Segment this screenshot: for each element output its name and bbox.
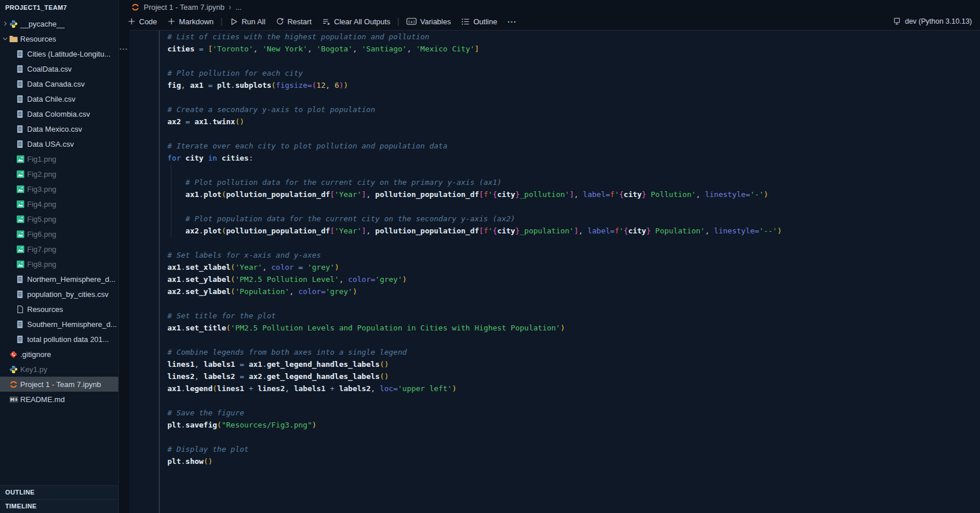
file-item-pycache[interactable]: __pycache__ bbox=[0, 16, 118, 31]
add-code-cell-button[interactable]: Code bbox=[122, 14, 162, 28]
code-line-25[interactable]: ax1.set_title('PM2.5 Pollution Levels an… bbox=[167, 322, 980, 334]
timeline-section-header[interactable]: TIMELINE bbox=[0, 499, 118, 513]
cell-focus-border[interactable] bbox=[159, 31, 160, 513]
code-line-19[interactable]: # Set labels for x-axis and y-axes bbox=[167, 249, 980, 261]
code-line-6[interactable] bbox=[167, 91, 980, 103]
outline-section-header[interactable]: OUTLINE bbox=[0, 485, 118, 499]
restart-kernel-button[interactable]: Restart bbox=[271, 14, 317, 28]
clear-all-outputs-button[interactable]: Clear All Outputs bbox=[317, 14, 396, 28]
file-item-coaldata-csv[interactable]: CoalData.csv bbox=[0, 61, 118, 76]
doc-icon bbox=[16, 320, 27, 329]
file-item-total-pollution-data-201[interactable]: total pollution data 201... bbox=[0, 332, 118, 347]
code-line-17[interactable]: ax2.plot(pollution_population_df['Year']… bbox=[167, 225, 980, 237]
file-item-cities-latitude-longitu[interactable]: Cities (Latitude-Longitu... bbox=[0, 46, 118, 61]
file-item-fig6-png[interactable]: Fig6.png bbox=[0, 226, 118, 241]
outline-button[interactable]: Outline bbox=[456, 14, 502, 28]
code-line-5[interactable]: fig, ax1 = plt.subplots(figsize=(12, 6)) bbox=[167, 79, 980, 91]
file-item-northern-hemisphere-d[interactable]: Northern_Hemisphere_d... bbox=[0, 272, 118, 287]
code-line-16[interactable]: # Plot population data for the current c… bbox=[167, 213, 980, 225]
code-line-22[interactable]: ax2.set_ylabel('Population', color='grey… bbox=[167, 285, 980, 298]
file-item-project-1-team-7-ipynb[interactable]: Project 1 - Team 7.ipynb bbox=[0, 377, 118, 392]
code-line-8[interactable]: ax2 = ax1.twinx() bbox=[167, 116, 980, 128]
file-item-label: Cities (Latitude-Longitu... bbox=[27, 50, 111, 58]
breadcrumb-file[interactable]: Project 1 - Team 7.ipynb bbox=[131, 3, 225, 12]
file-item-resources[interactable]: Resources bbox=[0, 302, 118, 317]
jupyter-icon bbox=[131, 3, 140, 12]
file-item-label: Fig8.png bbox=[27, 260, 57, 269]
breadcrumb: Project 1 - Team 7.ipynb › ... bbox=[119, 0, 980, 14]
file-item-data-chile-csv[interactable]: Data Chile.csv bbox=[0, 91, 118, 106]
code-line-18[interactable] bbox=[167, 237, 980, 249]
code-line-2[interactable]: cities = ['Toronto', 'New York', 'Bogota… bbox=[167, 43, 980, 55]
file-item-population-by-cities-csv[interactable]: population_by_cities.csv bbox=[0, 287, 118, 302]
git-icon bbox=[9, 350, 20, 359]
code-line-4[interactable]: # Plot pollution for each city bbox=[167, 67, 980, 79]
code-line-1[interactable]: # List of cities with the highest popula… bbox=[167, 31, 980, 43]
file-item-data-canada-csv[interactable]: Data Canada.csv bbox=[0, 76, 118, 91]
code-line-23[interactable] bbox=[167, 298, 980, 310]
code-editor[interactable]: # List of cities with the highest popula… bbox=[167, 31, 980, 467]
file-item-label: Data USA.csv bbox=[27, 140, 74, 148]
file-item-label: README.md bbox=[20, 395, 65, 404]
code-line-12[interactable] bbox=[167, 164, 980, 176]
code-line-29[interactable]: lines2, labels2 = ax2.get_legend_handles… bbox=[167, 370, 980, 382]
file-item-readme-md[interactable]: README.md bbox=[0, 392, 118, 407]
variables-button[interactable]: (x) Variables bbox=[401, 14, 456, 28]
file-item-southern-hemisphere-d[interactable]: Southern_Hemisphere_d... bbox=[0, 317, 118, 332]
file-item-fig5-png[interactable]: Fig5.png bbox=[0, 211, 118, 226]
file-item-key1-py[interactable]: Key1.py bbox=[0, 362, 118, 377]
file-item-data-colombia-csv[interactable]: Data Colombia.csv bbox=[0, 106, 118, 121]
code-line-7[interactable]: # Create a secondary y-axis to plot popu… bbox=[167, 103, 980, 116]
file-item-fig3-png[interactable]: Fig3.png bbox=[0, 181, 118, 196]
file-item-data-mexico-csv[interactable]: Data Mexico.csv bbox=[0, 121, 118, 136]
file-item-fig1-png[interactable]: Fig1.png bbox=[0, 151, 118, 166]
code-line-31[interactable] bbox=[167, 395, 980, 407]
run-all-button[interactable]: Run All bbox=[225, 14, 271, 28]
add-markdown-cell-button[interactable]: Markdown bbox=[162, 14, 219, 28]
code-line-28[interactable]: lines1, labels1 = ax1.get_legend_handles… bbox=[167, 358, 980, 370]
cell-actions-more-button[interactable]: ··· bbox=[119, 45, 128, 53]
code-line-32[interactable]: # Save the figure bbox=[167, 407, 980, 419]
markdown-icon bbox=[9, 396, 20, 403]
file-item-label: Fig7.png bbox=[27, 245, 57, 254]
file-item-label: Fig3.png bbox=[27, 185, 57, 194]
doc-icon bbox=[16, 80, 27, 88]
code-line-34[interactable] bbox=[167, 431, 980, 443]
file-item-resources[interactable]: Resources bbox=[0, 31, 118, 46]
code-line-20[interactable]: ax1.set_xlabel('Year', color = 'grey') bbox=[167, 261, 980, 273]
image-icon bbox=[16, 200, 27, 209]
doc-icon bbox=[16, 275, 27, 284]
file-item-fig2-png[interactable]: Fig2.png bbox=[0, 166, 118, 181]
code-line-30[interactable]: ax1.legend(lines1 + lines2, labels1 + la… bbox=[167, 382, 980, 395]
code-line-27[interactable]: # Combine legends from both axes into a … bbox=[167, 346, 980, 358]
code-line-35[interactable]: # Display the plot bbox=[167, 443, 980, 455]
chevron-down-icon bbox=[1, 35, 9, 42]
file-item-fig4-png[interactable]: Fig4.png bbox=[0, 196, 118, 211]
code-line-11[interactable]: for city in cities: bbox=[167, 152, 980, 164]
code-line-26[interactable] bbox=[167, 334, 980, 346]
file-item-label: Project 1 - Team 7.ipynb bbox=[20, 380, 101, 389]
file-item-fig8-png[interactable]: Fig8.png bbox=[0, 256, 118, 272]
file-item-label: Data Mexico.csv bbox=[27, 125, 82, 133]
code-line-36[interactable]: plt.show() bbox=[167, 455, 980, 467]
file-item-fig7-png[interactable]: Fig7.png bbox=[0, 241, 118, 256]
file-item-label: Resources bbox=[27, 305, 63, 314]
code-line-14[interactable]: ax1.plot(pollution_population_df['Year']… bbox=[167, 188, 980, 200]
kernel-picker[interactable]: dev (Python 3.10.13) bbox=[893, 17, 980, 25]
code-line-3[interactable] bbox=[167, 55, 980, 67]
code-line-10[interactable]: # Iterate over each city to plot polluti… bbox=[167, 140, 980, 152]
doc-icon bbox=[16, 335, 27, 344]
python-icon bbox=[9, 20, 20, 28]
file-item-gitignore[interactable]: .gitignore bbox=[0, 347, 118, 362]
toolbar-more-button[interactable]: ··· bbox=[502, 17, 522, 26]
code-line-24[interactable]: # Set title for the plot bbox=[167, 310, 980, 322]
code-line-15[interactable] bbox=[167, 200, 980, 213]
code-line-13[interactable]: # Plot pollution data for the current ci… bbox=[167, 176, 980, 188]
code-line-33[interactable]: plt.savefig("Resources/Fig3.png") bbox=[167, 419, 980, 431]
breadcrumb-more[interactable]: ... bbox=[235, 3, 242, 12]
file-item-label: Fig2.png bbox=[27, 170, 57, 179]
file-item-data-usa-csv[interactable]: Data USA.csv bbox=[0, 136, 118, 151]
code-line-21[interactable]: ax1.set_ylabel('PM2.5 Pollution Level', … bbox=[167, 273, 980, 285]
image-icon bbox=[16, 170, 27, 179]
code-line-9[interactable] bbox=[167, 128, 980, 140]
